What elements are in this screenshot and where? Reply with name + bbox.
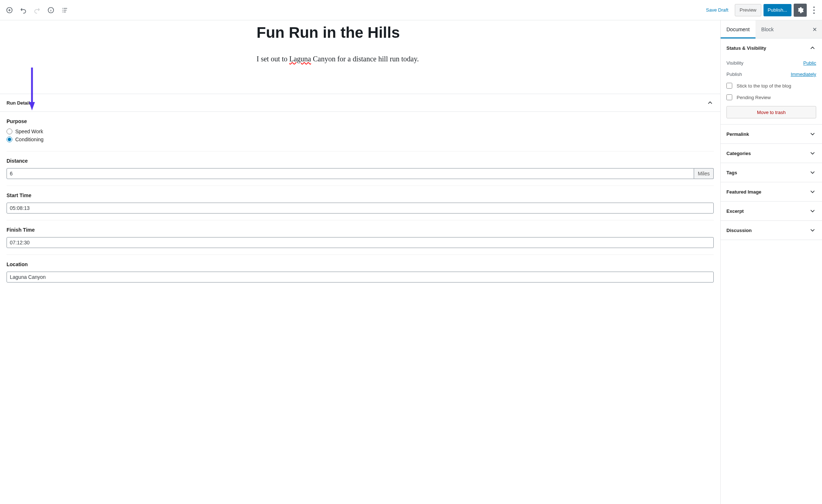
panel-header-excerpt[interactable]: Excerpt — [721, 202, 822, 220]
panel-header-tags[interactable]: Tags — [721, 163, 822, 182]
panel-tags: Tags — [721, 163, 822, 182]
publish-label: Publish — [726, 72, 742, 77]
tab-block[interactable]: Block — [755, 20, 779, 38]
distance-input[interactable] — [7, 168, 694, 179]
radio-input-conditioning[interactable] — [7, 137, 12, 142]
panel-header-discussion[interactable]: Discussion — [721, 221, 822, 240]
add-block-button[interactable] — [3, 4, 16, 17]
chevron-down-icon — [809, 150, 816, 157]
save-draft-button[interactable]: Save Draft — [702, 4, 733, 17]
checkbox-input-pending[interactable] — [726, 94, 732, 100]
field-finish-time: Finish Time — [7, 220, 714, 255]
publish-button[interactable]: Publish... — [763, 4, 791, 16]
distance-unit: Miles — [694, 168, 714, 179]
redo-button[interactable] — [31, 4, 44, 17]
radio-input-speed[interactable] — [7, 129, 12, 134]
checkbox-stick-top[interactable]: Stick to the top of the blog — [726, 80, 816, 92]
field-location: Location — [7, 255, 714, 289]
close-icon — [812, 27, 818, 32]
field-label-location: Location — [7, 261, 714, 267]
panel-header-featured[interactable]: Featured Image — [721, 182, 822, 201]
visibility-value-link[interactable]: Public — [803, 60, 816, 66]
spell-error: Laguna — [289, 55, 311, 63]
svg-point-3 — [813, 9, 815, 11]
more-options-button[interactable] — [809, 4, 819, 17]
field-distance: Distance Miles — [7, 151, 714, 186]
undo-button[interactable] — [17, 4, 30, 17]
panel-discussion: Discussion — [721, 221, 822, 240]
panel-excerpt: Excerpt — [721, 202, 822, 221]
preview-button[interactable]: Preview — [735, 4, 761, 16]
finish-time-input[interactable] — [7, 237, 714, 248]
chevron-down-icon — [809, 130, 816, 138]
undo-icon — [20, 7, 27, 14]
checkbox-pending-review[interactable]: Pending Review — [726, 92, 816, 103]
svg-point-2 — [813, 6, 815, 8]
block-navigation-button[interactable] — [58, 4, 71, 17]
chevron-up-icon — [706, 99, 714, 106]
panel-header-categories[interactable]: Categories — [721, 144, 822, 163]
tab-document[interactable]: Document — [721, 20, 755, 38]
field-label-distance: Distance — [7, 158, 714, 164]
radio-speed-work[interactable]: Speed Work — [7, 129, 714, 134]
close-sidebar-button[interactable] — [807, 20, 822, 38]
panel-categories: Categories — [721, 144, 822, 163]
field-label-finish-time: Finish Time — [7, 227, 714, 233]
list-icon — [61, 7, 68, 14]
field-label-start-time: Start Time — [7, 192, 714, 198]
panel-status-visibility: Status & Visibility Visibility Public Pu… — [721, 38, 822, 125]
gear-icon — [797, 7, 804, 14]
post-title[interactable]: Fun Run in the Hills — [257, 24, 464, 41]
sidebar-tabs: Document Block — [721, 20, 822, 38]
visibility-label: Visibility — [726, 60, 744, 66]
panel-featured-image: Featured Image — [721, 182, 822, 202]
panel-header-permalink[interactable]: Permalink — [721, 125, 822, 143]
chevron-up-icon — [809, 44, 816, 52]
more-vertical-icon — [809, 5, 819, 15]
panel-header-status[interactable]: Status & Visibility — [721, 38, 822, 57]
location-input[interactable] — [7, 272, 714, 283]
panel-permalink: Permalink — [721, 125, 822, 144]
checkbox-input-stick[interactable] — [726, 83, 732, 89]
meta-header-run-details[interactable]: Run Details — [0, 94, 720, 112]
publish-value-link[interactable]: Immediately — [791, 72, 816, 77]
top-toolbar: Save Draft Preview Publish... — [0, 0, 822, 20]
editor-scroll-area[interactable]: Fun Run in the Hills I set out to Laguna… — [0, 20, 720, 504]
radio-conditioning[interactable]: Conditioning — [7, 137, 714, 142]
chevron-down-icon — [809, 188, 816, 195]
field-purpose: Purpose Speed Work Conditioning — [7, 112, 714, 151]
redo-icon — [33, 7, 41, 14]
info-icon — [47, 7, 55, 14]
chevron-down-icon — [809, 207, 816, 215]
move-to-trash-button[interactable]: Move to trash — [726, 106, 816, 118]
field-start-time: Start Time — [7, 186, 714, 220]
chevron-down-icon — [809, 169, 816, 176]
chevron-down-icon — [809, 227, 816, 234]
meta-title: Run Details — [7, 100, 33, 106]
post-body[interactable]: I set out to Laguna Canyon for a distanc… — [257, 53, 464, 65]
settings-sidebar: Document Block Status & Visibility Visib… — [720, 20, 822, 504]
field-label-purpose: Purpose — [7, 118, 714, 124]
meta-box-run-details: Run Details Purpose Speed Work — [0, 94, 720, 289]
start-time-input[interactable] — [7, 203, 714, 214]
svg-point-4 — [813, 12, 815, 14]
settings-button[interactable] — [794, 4, 807, 17]
content-info-button[interactable] — [44, 4, 57, 17]
plus-circle-icon — [6, 7, 13, 14]
